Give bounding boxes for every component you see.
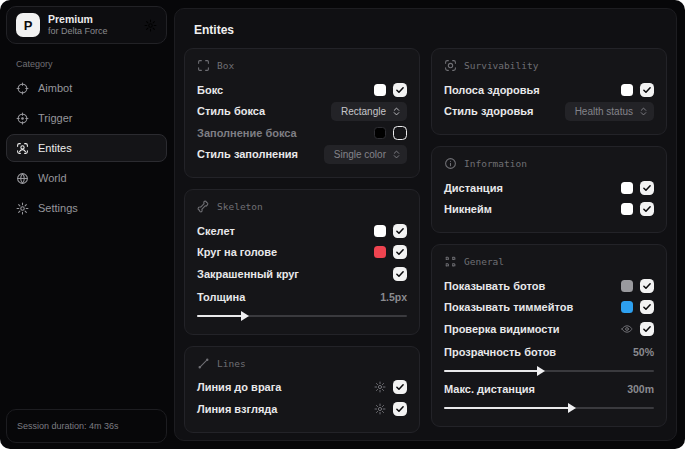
- slider-fill: [444, 370, 539, 372]
- brand-card: P Premium for Delta Force: [6, 6, 167, 44]
- color-swatch[interactable]: [621, 203, 633, 215]
- checkbox[interactable]: [640, 181, 654, 195]
- check-icon: [642, 85, 652, 95]
- sidebar-item-aimbot[interactable]: Aimbot: [6, 74, 167, 102]
- card-header-label: Box: [217, 60, 234, 71]
- slider[interactable]: [444, 370, 654, 372]
- setting-label: Стиль бокса: [197, 105, 265, 117]
- slider[interactable]: [197, 315, 407, 317]
- card-header-label: Lines: [217, 358, 246, 369]
- checkbox[interactable]: [393, 224, 407, 238]
- dropdown[interactable]: Single color: [324, 145, 407, 164]
- setting-label: Круг на голове: [197, 246, 277, 258]
- color-swatch[interactable]: [374, 246, 386, 258]
- checkbox[interactable]: [640, 83, 654, 97]
- card-header: Lines: [197, 357, 407, 370]
- slider[interactable]: [444, 407, 654, 409]
- setting-label: Прозрачность ботов: [444, 346, 556, 358]
- color-swatch[interactable]: [374, 84, 386, 96]
- check-icon: [642, 281, 652, 291]
- slider-thumb[interactable]: [537, 366, 545, 376]
- color-swatch[interactable]: [374, 127, 386, 139]
- setting-controls: Health status: [565, 102, 654, 121]
- checkbox[interactable]: [393, 245, 407, 259]
- setting-label: Проверка видимости: [444, 323, 560, 335]
- survivability-icon: [444, 59, 457, 72]
- setting-label: Заполнение бокса: [197, 127, 297, 139]
- slider-fill: [197, 315, 243, 317]
- sidebar-item-world[interactable]: World: [6, 164, 167, 192]
- checkbox[interactable]: [393, 83, 407, 97]
- setting-row: Линия до врага: [197, 377, 407, 399]
- brand-text: Premium for Delta Force: [48, 13, 108, 37]
- setting-row: Проверка видимости: [444, 318, 654, 340]
- setting-controls: [374, 402, 407, 416]
- checkbox[interactable]: [640, 202, 654, 216]
- checkbox[interactable]: [393, 267, 407, 281]
- gear-icon[interactable]: [374, 381, 386, 393]
- setting-controls: [621, 181, 654, 195]
- checkbox[interactable]: [640, 279, 654, 293]
- slider-thumb[interactable]: [241, 311, 249, 321]
- dropdown[interactable]: Rectangle: [331, 102, 407, 121]
- gear-icon: [16, 202, 29, 215]
- sidebar-item-entites[interactable]: Entites: [6, 134, 167, 162]
- sidebar: P Premium for Delta Force Category Aimbo…: [0, 0, 171, 449]
- sidebar-item-settings[interactable]: Settings: [6, 194, 167, 222]
- card-general: GeneralПоказывать ботовПоказывать тиммей…: [431, 244, 667, 427]
- slider-label-row: Толщина1.5px: [197, 287, 407, 307]
- setting-controls: Single color: [324, 145, 407, 164]
- slider-setting: Макс. дистанция300m: [444, 377, 654, 409]
- card-header-label: Information: [464, 158, 527, 169]
- setting-row: Стиль здоровьяHealth status: [444, 101, 654, 123]
- setting-row: Показывать ботов: [444, 275, 654, 297]
- setting-label: Полоса здоровья: [444, 84, 540, 96]
- checkbox[interactable]: [393, 380, 407, 394]
- color-swatch[interactable]: [621, 182, 633, 194]
- card-column: SurvivabilityПолоса здоровьяСтиль здоров…: [431, 48, 667, 427]
- color-swatch[interactable]: [621, 301, 633, 313]
- chevrons-up-down-icon: [391, 106, 402, 117]
- sidebar-item-label: Aimbot: [38, 82, 72, 94]
- setting-controls: [621, 322, 654, 336]
- box-icon: [197, 59, 210, 72]
- dropdown[interactable]: Health status: [565, 102, 654, 121]
- color-swatch[interactable]: [374, 225, 386, 237]
- globe-icon: [16, 172, 29, 185]
- eye-icon[interactable]: [621, 323, 633, 335]
- setting-row: Круг на голове: [197, 242, 407, 264]
- card-header: Skeleton: [197, 200, 407, 213]
- setting-controls: [374, 380, 407, 394]
- setting-controls: [621, 202, 654, 216]
- checkbox[interactable]: [640, 322, 654, 336]
- slider-setting: Толщина1.5px: [197, 285, 407, 317]
- card-header-label: Survivability: [464, 60, 538, 71]
- setting-label: Линия до врага: [197, 381, 281, 393]
- checkbox[interactable]: [393, 402, 407, 416]
- trigger-icon: [16, 112, 29, 125]
- setting-controls: [621, 83, 654, 97]
- setting-controls: [374, 83, 407, 97]
- setting-row: Закрашенный круг: [197, 263, 407, 285]
- setting-label: Стиль заполнения: [197, 148, 298, 160]
- slider-thumb[interactable]: [568, 403, 576, 413]
- chevrons-up-down-icon: [391, 149, 402, 160]
- gear-icon[interactable]: [374, 403, 386, 415]
- sidebar-item-trigger[interactable]: Trigger: [6, 104, 167, 132]
- session-duration-text: Session duration: 4m 36s: [17, 421, 119, 431]
- checkbox[interactable]: [640, 300, 654, 314]
- setting-controls: [621, 279, 654, 293]
- setting-controls: [374, 245, 407, 259]
- card-column: BoxБоксСтиль боксаRectangleЗаполнение бо…: [184, 48, 420, 433]
- category-label: Category: [16, 59, 167, 69]
- card-lines: LinesЛиния до врагаЛиния взгляда: [184, 346, 420, 433]
- check-icon: [642, 204, 652, 214]
- sidebar-item-label: Trigger: [38, 112, 72, 124]
- settings-gear-icon[interactable]: [144, 19, 157, 32]
- slider-setting: Прозрачность ботов50%: [444, 340, 654, 372]
- brand-title: Premium: [48, 13, 108, 26]
- card-header: Information: [444, 157, 654, 170]
- checkbox[interactable]: [393, 126, 407, 140]
- color-swatch[interactable]: [621, 84, 633, 96]
- color-swatch[interactable]: [621, 280, 633, 292]
